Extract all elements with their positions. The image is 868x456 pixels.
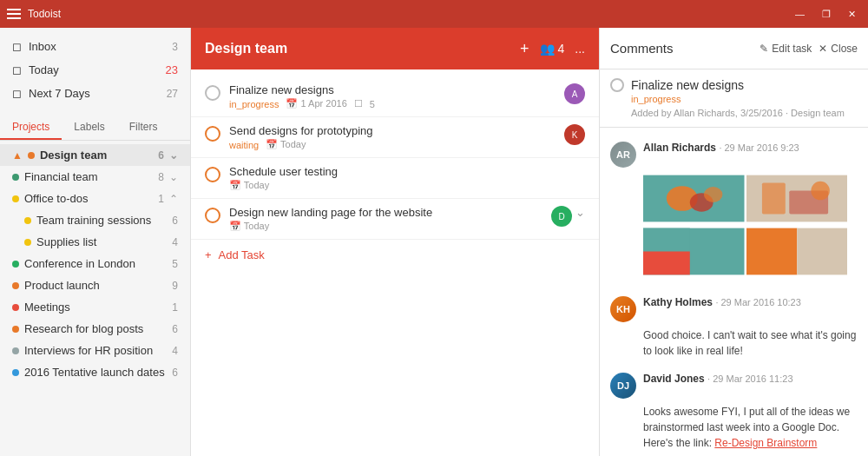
edit-task-button[interactable]: ✎ Edit task	[760, 43, 812, 55]
project-item-product-launch[interactable]: Product launch 9	[0, 274, 190, 296]
comments-title: Comments	[610, 41, 674, 56]
task-name: Send designs for prototyping	[229, 124, 557, 137]
project-label: Office to-dos	[24, 192, 88, 205]
project-count: 9	[172, 280, 178, 292]
main-content: Design team + 👥 4 ... Finalize new desig…	[191, 28, 599, 456]
task-name: Schedule user testing	[229, 165, 585, 178]
project-dot	[12, 326, 19, 333]
project-dot	[12, 304, 19, 311]
project-label: Product launch	[24, 279, 100, 292]
photo-grid	[643, 173, 847, 277]
task-item[interactable]: Design new landing page for the website …	[191, 199, 599, 240]
close-button[interactable]: ✕	[843, 7, 861, 22]
comment-avatar: AR	[610, 142, 636, 168]
task-body: Schedule user testing 📅 Today	[229, 165, 585, 191]
add-task-header-button[interactable]: +	[520, 40, 529, 58]
project-dot	[12, 282, 19, 289]
svg-rect-12	[797, 228, 847, 275]
restore-button[interactable]: ❐	[817, 7, 836, 22]
task-checkbox[interactable]	[205, 126, 220, 142]
project-item-team-training[interactable]: Team training sessions 6	[0, 209, 190, 231]
comment-avatar: KH	[610, 296, 636, 322]
task-avatar: K	[564, 124, 585, 145]
warning-icon: ▲	[12, 149, 23, 162]
expand-icon[interactable]: ⌄	[575, 206, 585, 219]
project-item-financial-team[interactable]: Financial team 8 ⌄	[0, 166, 190, 188]
sidebar-item-today[interactable]: ◻ Today 23	[0, 58, 190, 82]
next7-label: Next 7 Days	[29, 87, 90, 100]
project-count: 4	[172, 236, 178, 248]
project-item-tentative[interactable]: 2016 Tentative launch dates 6	[0, 361, 190, 383]
tab-filters[interactable]: Filters	[117, 116, 170, 140]
subtasks-icon: ☐	[354, 98, 363, 109]
project-count: 1	[158, 193, 164, 205]
members-icon: 👥	[540, 42, 555, 56]
task-detail-checkbox[interactable]	[610, 78, 624, 92]
photo-cell-1	[643, 173, 745, 224]
project-label: Meetings	[24, 301, 70, 314]
sidebar-item-next7[interactable]: ◻ Next 7 Days 27	[0, 82, 190, 105]
svg-rect-10	[643, 252, 690, 275]
task-item[interactable]: Finalize new designs in_progress 📅 1 Apr…	[191, 76, 599, 117]
sidebar-nav: ◻ Inbox 3 ◻ Today 23 ◻ Next 7 Days 27	[0, 28, 190, 112]
add-task-row[interactable]: + Add Task	[191, 240, 599, 270]
project-item-supplies[interactable]: Supplies list 4	[0, 231, 190, 253]
photo-cell-4	[746, 226, 848, 277]
sidebar-item-inbox[interactable]: ◻ Inbox 3	[0, 35, 190, 58]
project-dot	[12, 174, 19, 181]
edit-task-label: Edit task	[772, 43, 812, 55]
comment-date: · 29 Mar 2016 11:23	[707, 373, 792, 384]
tab-projects[interactable]: Projects	[0, 116, 62, 140]
members-count: 4	[558, 42, 565, 56]
tab-labels[interactable]: Labels	[62, 116, 116, 140]
project-item-meetings[interactable]: Meetings 1	[0, 296, 190, 318]
hamburger-menu[interactable]	[7, 9, 21, 19]
task-detail-status: in_progress	[610, 92, 858, 104]
task-body: Design new landing page for the website …	[229, 206, 544, 232]
chevron-down-icon: ⌄	[169, 171, 178, 183]
minimize-button[interactable]: —	[790, 7, 810, 22]
task-checkbox[interactable]	[205, 167, 220, 182]
svg-point-3	[704, 187, 723, 202]
comment-link[interactable]: Re-Design Brainstorm	[714, 437, 817, 449]
close-label: Close	[831, 43, 858, 55]
pencil-icon: ✎	[760, 43, 768, 55]
project-label: Design team	[40, 149, 107, 162]
comment-author: Allan Richards	[643, 142, 716, 154]
task-avatar: A	[564, 83, 585, 104]
project-item-research[interactable]: Research for blog posts 6	[0, 318, 190, 340]
task-name: Design new landing page for the website	[229, 206, 544, 219]
sidebar-tabs: Projects Labels Filters	[0, 116, 190, 141]
next7-icon: ◻	[12, 87, 22, 100]
task-item[interactable]: Schedule user testing 📅 Today	[191, 158, 599, 199]
comment-author: Kathy Holmes	[643, 296, 713, 308]
comment-date: · 29 Mar 2016 10:23	[715, 297, 800, 307]
task-checkbox[interactable]	[205, 85, 220, 101]
project-item-design-team[interactable]: ▲ Design team 6 ⌄	[0, 144, 190, 166]
comments-body: AR Allan Richards · 29 Mar 2016 9:23	[600, 128, 868, 456]
photo-cell-2	[746, 173, 848, 224]
task-item[interactable]: Send designs for prototyping waiting 📅 T…	[191, 117, 599, 158]
project-item-interviews[interactable]: Interviews for HR position 4	[0, 340, 190, 361]
project-label: Supplies list	[36, 235, 96, 248]
calendar-icon: 📅	[229, 180, 241, 190]
more-button[interactable]: ...	[575, 42, 585, 56]
project-dot	[12, 195, 19, 202]
svg-rect-11	[746, 228, 797, 275]
close-panel-button[interactable]: ✕ Close	[819, 43, 858, 55]
app-title: Todoist	[28, 8, 61, 20]
comment-text: Good choice. I can't wait to see what it…	[610, 327, 858, 359]
svg-point-7	[811, 182, 830, 201]
project-dot	[12, 261, 19, 268]
titlebar-controls: — ❐ ✕	[790, 7, 861, 22]
comment-author: David Jones	[643, 373, 705, 385]
today-label: Today	[29, 63, 59, 76]
project-item-conference[interactable]: Conference in London 5	[0, 253, 190, 274]
task-checkbox[interactable]	[205, 208, 220, 223]
project-count: 6	[172, 367, 178, 379]
project-header: Design team + 👥 4 ...	[191, 28, 599, 69]
members-button[interactable]: 👥 4	[540, 42, 565, 56]
project-count: 6	[158, 149, 164, 162]
sidebar: ◻ Inbox 3 ◻ Today 23 ◻ Next 7 Days 27	[0, 28, 191, 456]
project-item-office-todos[interactable]: Office to-dos 1 ⌃	[0, 188, 190, 209]
